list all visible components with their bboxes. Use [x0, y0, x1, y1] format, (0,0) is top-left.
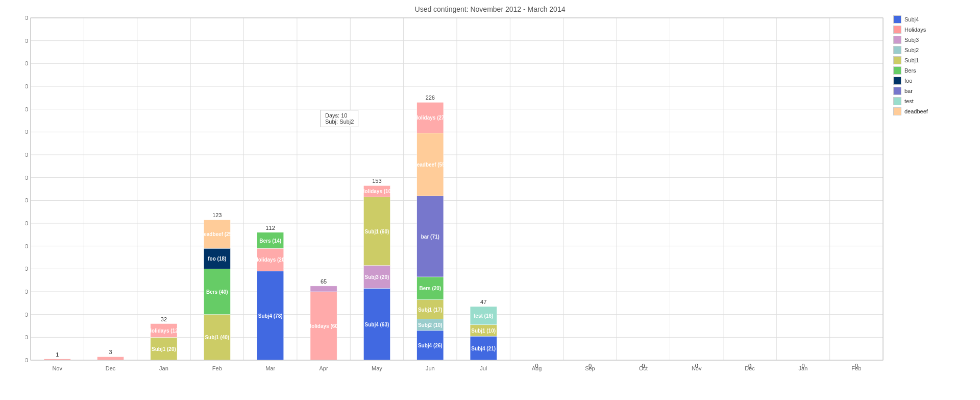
svg-text:180: 180: [26, 152, 28, 158]
svg-text:123: 123: [212, 212, 222, 218]
legend-item-subj2: Subj2: [893, 46, 975, 54]
svg-text:Bers (20): Bers (20): [419, 286, 441, 291]
svg-text:Subj4 (78): Subj4 (78): [258, 313, 283, 319]
svg-text:40: 40: [26, 312, 28, 318]
svg-text:260: 260: [26, 60, 28, 66]
svg-text:Subj4 (21): Subj4 (21): [471, 346, 496, 351]
legend-label: Bers: [904, 67, 916, 74]
legend-item-deadbeef: deadbeef: [893, 107, 975, 115]
svg-text:60: 60: [26, 289, 28, 295]
legend-label: Subj1: [904, 57, 919, 63]
svg-text:Subj1 (20): Subj1 (20): [152, 346, 176, 352]
legend-label: Subj2: [904, 47, 919, 53]
svg-text:Dec: Dec: [745, 365, 755, 371]
svg-text:140: 140: [26, 197, 28, 203]
legend-color: [893, 15, 901, 23]
svg-text:Feb: Feb: [851, 365, 861, 371]
bar-segment[interactable]: [310, 286, 337, 292]
svg-text:deadbeef (55): deadbeef (55): [414, 162, 447, 168]
main-chart: 0204060801001201401601802002202402602803…: [26, 13, 888, 381]
legend-item-holidays: Holidays: [893, 26, 975, 34]
legend-item-bers: Bers: [893, 66, 975, 75]
legend-color: [893, 56, 901, 64]
svg-text:3: 3: [109, 349, 112, 355]
legend-item-foo: foo: [893, 77, 975, 85]
svg-text:226: 226: [426, 95, 435, 101]
svg-text:280: 280: [26, 38, 28, 44]
svg-text:Feb: Feb: [212, 365, 222, 371]
svg-text:Subj1 (60): Subj1 (60): [365, 229, 389, 234]
svg-text:bar (71): bar (71): [421, 234, 439, 240]
svg-text:65: 65: [321, 278, 327, 285]
svg-text:20: 20: [26, 334, 28, 340]
legend-label: deadbeef: [904, 108, 928, 114]
svg-text:112: 112: [266, 225, 275, 231]
legend-label: Subj4: [904, 16, 919, 22]
svg-text:1: 1: [56, 351, 59, 358]
legend-color: [893, 77, 901, 85]
svg-text:May: May: [372, 365, 382, 371]
legend-color: [893, 97, 901, 105]
svg-text:160: 160: [26, 175, 28, 181]
svg-text:Bers (14): Bers (14): [259, 238, 281, 244]
legend-item-subj4: Subj4: [893, 15, 975, 23]
svg-text:Subj3 (20): Subj3 (20): [365, 274, 389, 280]
legend-color: [893, 107, 901, 115]
svg-text:300: 300: [26, 15, 28, 21]
svg-text:deadbeef (25): deadbeef (25): [201, 231, 233, 237]
svg-text:240: 240: [26, 83, 28, 89]
legend-label: Holidays: [904, 27, 926, 33]
svg-text:Jan: Jan: [799, 365, 808, 371]
svg-text:test (16): test (16): [474, 313, 493, 319]
svg-text:Oct: Oct: [639, 365, 648, 371]
svg-text:47: 47: [480, 299, 486, 305]
svg-text:Jan: Jan: [159, 365, 168, 371]
legend-item-test: test: [893, 97, 975, 105]
svg-text:Holidays (27): Holidays (27): [414, 115, 446, 121]
svg-text:100: 100: [26, 243, 28, 249]
svg-text:Apr: Apr: [320, 365, 328, 371]
svg-text:220: 220: [26, 106, 28, 112]
svg-text:Jun: Jun: [426, 365, 435, 371]
legend-label: bar: [904, 88, 913, 94]
svg-text:Sep: Sep: [585, 365, 595, 371]
legend-item-subj1: Subj1: [893, 56, 975, 64]
legend: Subj4HolidaysSubj3Subj2Subj1Bersfoobarte…: [893, 15, 975, 117]
legend-label: foo: [904, 78, 912, 84]
svg-text:Nov: Nov: [692, 365, 702, 371]
svg-text:120: 120: [26, 220, 28, 226]
svg-text:Holidays (10): Holidays (10): [361, 189, 393, 194]
legend-item-subj3: Subj3: [893, 36, 975, 44]
svg-text:Subj1 (17): Subj1 (17): [418, 307, 443, 313]
legend-color: [893, 36, 901, 44]
svg-text:0: 0: [26, 357, 28, 363]
legend-color: [893, 46, 901, 54]
svg-text:Subj1 (10): Subj1 (10): [471, 328, 496, 334]
svg-text:153: 153: [372, 178, 381, 184]
svg-text:Subj4 (26): Subj4 (26): [418, 343, 443, 348]
legend-item-bar: bar: [893, 87, 975, 95]
svg-text:Jul: Jul: [480, 365, 487, 371]
svg-text:Dec: Dec: [106, 365, 116, 371]
svg-text:Holidays (60): Holidays (60): [308, 323, 339, 329]
legend-color: [893, 66, 901, 75]
legend-color: [893, 87, 901, 95]
svg-text:Subj4 (63): Subj4 (63): [365, 322, 389, 327]
svg-text:Holidays (12): Holidays (12): [148, 328, 180, 334]
chart-container: Used contingent: November 2012 - March 2…: [0, 0, 980, 400]
legend-label: test: [904, 98, 914, 104]
legend-label: Subj3: [904, 37, 919, 43]
svg-text:Nov: Nov: [52, 365, 62, 371]
svg-text:80: 80: [26, 266, 28, 272]
svg-text:Mar: Mar: [265, 365, 275, 371]
svg-text:foo (18): foo (18): [208, 256, 226, 262]
bar-segment[interactable]: [97, 357, 124, 360]
svg-text:Bers (40): Bers (40): [206, 289, 228, 295]
svg-text:Subj1 (40): Subj1 (40): [205, 335, 229, 340]
legend-color: [893, 26, 901, 34]
svg-text:Subj2 (10): Subj2 (10): [418, 322, 443, 328]
svg-text:Holidays (20): Holidays (20): [255, 257, 286, 263]
svg-text:Aug: Aug: [532, 365, 542, 371]
svg-text:200: 200: [26, 129, 28, 135]
svg-text:32: 32: [161, 316, 167, 322]
